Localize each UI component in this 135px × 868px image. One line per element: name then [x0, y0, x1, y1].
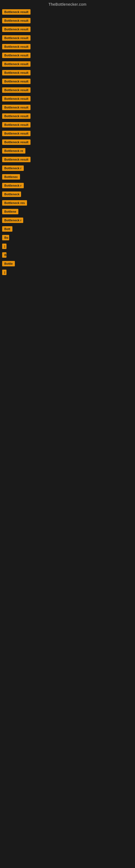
bottleneck-result-badge[interactable]: Bottleneck re: [2, 148, 26, 154]
bottleneck-result-badge[interactable]: Bottleneck result: [2, 53, 31, 58]
bottleneck-result-badge[interactable]: Bottleneck r: [2, 218, 23, 223]
bottleneck-result-badge[interactable]: Bottlenec: [2, 174, 20, 180]
bottleneck-result-badge[interactable]: Bottleneck result: [2, 157, 31, 162]
bottleneck-result-badge[interactable]: Bottleneck result: [2, 87, 31, 93]
bottleneck-result-badge[interactable]: Bott: [2, 226, 12, 231]
bottleneck-result-badge[interactable]: Bottleneck result: [2, 61, 31, 67]
bottleneck-row: Bottleneck result: [0, 51, 135, 60]
bottleneck-row: Bott: [0, 225, 135, 233]
bottleneck-row: Bottleneck result: [0, 60, 135, 68]
bottleneck-result-badge[interactable]: Bottleneck res: [2, 200, 27, 206]
bottleneck-row: |: [0, 268, 135, 277]
bottleneck-result-badge[interactable]: Bottlene: [2, 209, 18, 214]
bottleneck-row: Bottleneck result: [0, 138, 135, 147]
bottleneck-result-badge[interactable]: Bottleneck result: [2, 79, 31, 84]
bottleneck-result-badge[interactable]: B: [2, 252, 6, 258]
bottleneck-row: Bottleneck result: [0, 68, 135, 77]
bottleneck-row: Bottleneck re: [0, 147, 135, 155]
bottleneck-row: Bottlene: [0, 207, 135, 216]
bottleneck-row: Bottleneck result: [0, 103, 135, 112]
bottleneck-result-badge[interactable]: Bottleneck result: [2, 44, 31, 50]
bottleneck-result-badge[interactable]: Bottleneck result: [2, 105, 31, 110]
bottleneck-row: Bottleneck: [0, 190, 135, 198]
bottleneck-row: Bottleneck result: [0, 86, 135, 94]
bottleneck-row: Bottleneck result: [0, 94, 135, 103]
bottleneck-result-badge[interactable]: Bottleneck: [2, 191, 21, 197]
bottleneck-row: Bottleneck result: [0, 8, 135, 16]
bottleneck-row: Bottleneck r: [0, 164, 135, 173]
bottleneck-result-badge[interactable]: Bottleneck r: [2, 183, 24, 188]
bottleneck-row: |: [0, 242, 135, 251]
bottleneck-row: Bottleneck result: [0, 16, 135, 25]
bottleneck-result-badge[interactable]: Bottleneck result: [2, 131, 31, 136]
bottleneck-row: Bottleneck result: [0, 129, 135, 138]
bottleneck-row: B: [0, 251, 135, 259]
bottleneck-result-badge[interactable]: Bottleneck result: [2, 140, 31, 145]
bottleneck-row: Bottleneck result: [0, 42, 135, 51]
bottleneck-result-badge[interactable]: Bottleneck result: [2, 27, 31, 32]
bottleneck-result-badge[interactable]: Bottle: [2, 261, 15, 267]
bottleneck-result-badge[interactable]: Bottleneck result: [2, 122, 31, 127]
bottleneck-result-badge[interactable]: Bottleneck result: [2, 9, 31, 14]
bottleneck-row: Bottleneck result: [0, 77, 135, 86]
bottleneck-result-badge[interactable]: Bottleneck result: [2, 18, 31, 23]
bottleneck-row: Bottleneck result: [0, 34, 135, 42]
bottleneck-result-badge[interactable]: Bottleneck result: [2, 113, 31, 119]
bottleneck-row: Bottleneck result: [0, 112, 135, 120]
bottleneck-row: Bottleneck r: [0, 181, 135, 190]
bottleneck-row: Bottleneck result: [0, 155, 135, 164]
bottleneck-row: Bottle: [0, 259, 135, 268]
bottleneck-result-badge[interactable]: |: [2, 270, 6, 275]
bottleneck-result-badge[interactable]: Bottleneck result: [2, 70, 31, 75]
bottleneck-result-badge[interactable]: |: [2, 244, 6, 249]
bottleneck-result-badge[interactable]: Bo: [2, 235, 9, 240]
bottleneck-row: Bottleneck result: [0, 25, 135, 34]
bottleneck-result-badge[interactable]: Bottleneck result: [2, 35, 31, 41]
bottleneck-result-badge[interactable]: Bottleneck r: [2, 165, 24, 171]
bottleneck-row: Bottleneck res: [0, 198, 135, 207]
bottleneck-row: Bottlenec: [0, 173, 135, 181]
bottleneck-row: Bottleneck r: [0, 216, 135, 225]
site-title: TheBottlenecker.com: [0, 0, 135, 8]
bottleneck-row: Bottleneck result: [0, 120, 135, 129]
bottleneck-result-badge[interactable]: Bottleneck result: [2, 96, 31, 101]
bottleneck-row: Bo: [0, 233, 135, 242]
